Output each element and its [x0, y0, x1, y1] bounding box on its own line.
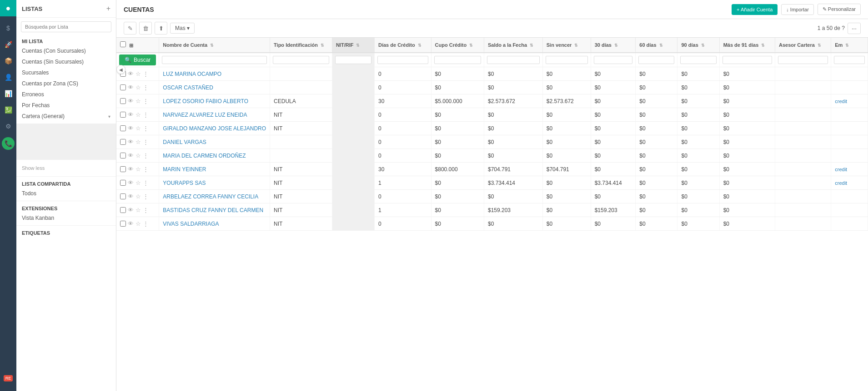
row-checkbox[interactable]: [120, 112, 126, 118]
col-saldo-fecha[interactable]: Saldo a la Fecha ⇅: [484, 38, 542, 53]
filter-90-input[interactable]: [680, 56, 716, 64]
col-em[interactable]: Em ⇅: [831, 38, 868, 53]
more-icon[interactable]: ⋮: [143, 125, 149, 132]
star-icon[interactable]: ☆: [135, 125, 141, 132]
more-icon[interactable]: ⋮: [143, 207, 149, 213]
more-options-button[interactable]: ···: [848, 23, 861, 34]
row-checkbox[interactable]: [120, 98, 126, 104]
filter-60-input[interactable]: [638, 56, 674, 64]
sidebar-item-erroneos[interactable]: Erroneos: [16, 89, 116, 100]
col-dias-credito[interactable]: Días de Crédito ⇅: [374, 38, 431, 53]
row-checkbox[interactable]: [120, 153, 126, 158]
more-icon[interactable]: ⋮: [143, 220, 149, 227]
star-icon[interactable]: ☆: [135, 152, 141, 159]
row-account-name[interactable]: BASTIDAS CRUZ FANNY DEL CARMEN: [159, 203, 270, 217]
filter-em-input[interactable]: [834, 56, 865, 64]
share-button[interactable]: ⬆: [155, 22, 167, 35]
more-icon[interactable]: ⋮: [143, 193, 149, 200]
filter-saldo-input[interactable]: [487, 56, 540, 64]
row-account-name[interactable]: GIRALDO MANZANO JOSE ALEJANDRO: [159, 122, 270, 135]
filter-asesor-input[interactable]: [778, 56, 828, 64]
sidebar-item-cartera[interactable]: Cartera (General) ▾: [16, 111, 116, 122]
account-name-link[interactable]: VIVAS SALDARRIAGA: [163, 221, 219, 227]
row-checkbox[interactable]: [120, 221, 126, 227]
more-icon[interactable]: ⋮: [143, 84, 149, 91]
select-all-header[interactable]: ⊞: [116, 38, 159, 53]
nav-icon-rocket[interactable]: 🚀: [0, 36, 16, 53]
account-name-link[interactable]: LUZ MARINA OCAMPO: [163, 71, 221, 77]
row-account-name[interactable]: MARIA DEL CARMEN ORDOÑEZ: [159, 149, 270, 163]
nav-icon-phone[interactable]: 📞: [2, 137, 15, 150]
customize-button[interactable]: ✎ Personalizar: [818, 4, 861, 15]
nav-icon-person[interactable]: 👤: [0, 69, 16, 85]
col-tipo-id[interactable]: Tipo Identificación ⇅: [270, 38, 332, 53]
nav-icon-money[interactable]: $: [0, 20, 16, 36]
star-icon[interactable]: ☆: [135, 111, 141, 118]
filter-sinvencer-input[interactable]: [546, 56, 588, 64]
filter-30-input[interactable]: [594, 56, 633, 64]
filter-nombre-input[interactable]: [162, 56, 267, 64]
col-nit[interactable]: NIT/RIF ⇅: [332, 38, 374, 53]
col-mas-91[interactable]: Más de 91 días ⇅: [719, 38, 775, 53]
col-nombre-cuenta[interactable]: Nombre de Cuenta ⇅: [159, 38, 270, 53]
eye-icon[interactable]: 👁: [128, 166, 134, 173]
row-checkbox[interactable]: [120, 84, 126, 90]
show-less-button[interactable]: Show less: [16, 162, 116, 174]
col-asesor[interactable]: Asesor Cartera ⇅: [775, 38, 831, 53]
account-name-link[interactable]: MARIN YEINNER: [163, 166, 206, 173]
account-name-link[interactable]: DANIEL VARGAS: [163, 139, 206, 145]
row-checkbox[interactable]: [120, 139, 126, 145]
col-30-dias[interactable]: 30 días ⇅: [591, 38, 636, 53]
row-account-name[interactable]: DANIEL VARGAS: [159, 135, 270, 149]
eye-icon[interactable]: 👁: [128, 125, 134, 132]
eye-icon[interactable]: 👁: [128, 179, 134, 186]
row-checkbox[interactable]: [120, 193, 126, 199]
import-button[interactable]: ↓ Importar: [781, 4, 814, 15]
credit-link[interactable]: credit: [835, 99, 847, 104]
star-icon[interactable]: ☆: [135, 84, 141, 91]
sidebar-item-kanban[interactable]: Vista Kanban: [16, 213, 116, 223]
delete-button[interactable]: 🗑: [139, 22, 152, 35]
app-logo[interactable]: ●: [0, 0, 16, 16]
credit-link[interactable]: credit: [835, 167, 847, 172]
row-account-name[interactable]: NARVAEZ ALVAREZ LUZ ENEIDA: [159, 108, 270, 122]
row-checkbox[interactable]: [120, 166, 126, 172]
nav-badge-re[interactable]: RE: [0, 370, 16, 386]
row-account-name[interactable]: YOURAPPS SAS: [159, 176, 270, 190]
filter-mas91-input[interactable]: [722, 56, 772, 64]
list-search-input[interactable]: [21, 21, 111, 32]
star-icon[interactable]: ☆: [135, 98, 141, 104]
row-checkbox[interactable]: [120, 125, 126, 131]
eye-icon[interactable]: 👁: [128, 193, 134, 200]
row-credit[interactable]: credit: [831, 163, 868, 176]
more-icon[interactable]: ⋮: [143, 111, 149, 118]
add-list-button[interactable]: +: [106, 5, 110, 13]
filter-cupo-input[interactable]: [434, 56, 481, 64]
row-checkbox[interactable]: [120, 207, 126, 213]
sidebar-item-sucursales[interactable]: Sucursales: [16, 67, 116, 78]
nav-icon-finance[interactable]: 💹: [0, 102, 16, 118]
eye-icon[interactable]: 👁: [128, 207, 134, 213]
add-account-button[interactable]: + Añadir Cuenta: [732, 4, 778, 15]
row-account-name[interactable]: VIVAS SALDARRIAGA: [159, 217, 270, 231]
search-button[interactable]: 🔍 Buscar: [119, 54, 156, 65]
nav-icon-gear[interactable]: ⚙: [0, 118, 16, 134]
more-icon[interactable]: ⋮: [143, 70, 149, 77]
star-icon[interactable]: ☆: [135, 179, 141, 186]
more-icon[interactable]: ⋮: [143, 139, 149, 145]
star-icon[interactable]: ☆: [135, 220, 141, 227]
col-60-dias[interactable]: 60 días ⇅: [636, 38, 677, 53]
sidebar-item-cuentas-zona[interactable]: Cuentas por Zona (CS): [16, 78, 116, 89]
col-90-dias[interactable]: 90 días ⇅: [677, 38, 719, 53]
account-name-link[interactable]: ARBELAEZ CORREA FANNY CECILIA: [163, 193, 258, 200]
row-account-name[interactable]: LUZ MARINA OCAMPO: [159, 67, 270, 81]
eye-icon[interactable]: 👁: [128, 111, 134, 118]
edit-button[interactable]: ✎: [124, 22, 136, 35]
account-name-link[interactable]: LOPEZ OSORIO FABIO ALBERTO: [163, 98, 248, 104]
eye-icon[interactable]: 👁: [128, 98, 134, 104]
account-name-link[interactable]: NARVAEZ ALVAREZ LUZ ENEIDA: [163, 112, 247, 118]
eye-icon[interactable]: 👁: [128, 84, 134, 91]
more-icon[interactable]: ⋮: [143, 166, 149, 173]
account-name-link[interactable]: YOURAPPS SAS: [163, 180, 206, 186]
row-checkbox[interactable]: [120, 180, 126, 186]
